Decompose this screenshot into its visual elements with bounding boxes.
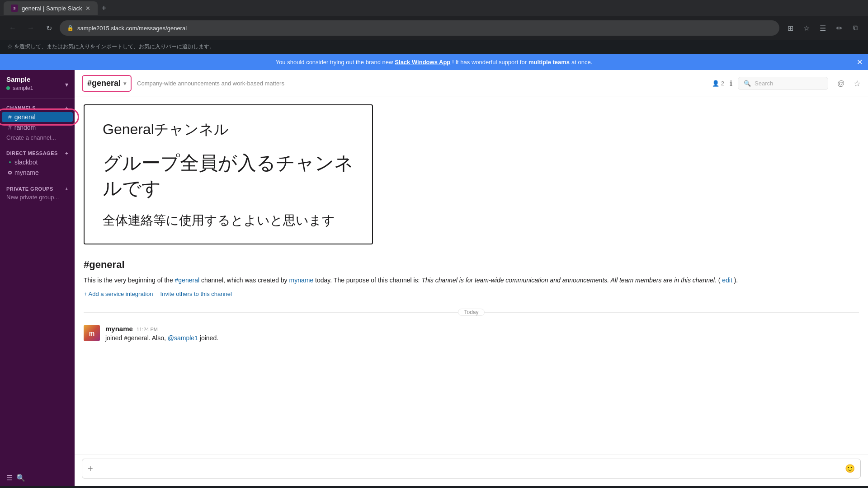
- channels-section: CHANNELS + # general # random Create a c…: [0, 99, 75, 144]
- slack-windows-app-link[interactable]: Slack Windows App: [395, 59, 450, 66]
- sidebar-item-general[interactable]: # general: [2, 112, 73, 122]
- star-bookmark-icon[interactable]: ☆: [799, 21, 814, 35]
- hash-icon-random: #: [8, 124, 12, 131]
- dm-label: DIRECT MESSAGES: [6, 150, 58, 156]
- create-channel-link[interactable]: Create a channel...: [0, 133, 75, 142]
- add-group-icon[interactable]: +: [65, 186, 68, 192]
- search-box[interactable]: 🔍 Search: [738, 77, 828, 90]
- members-count[interactable]: 👤 2: [712, 80, 724, 87]
- sidebar: Sample sample1 ▾ CHANNELS + # general # …: [0, 70, 75, 486]
- forward-button[interactable]: →: [24, 21, 38, 35]
- welcome-line2: グループ全員が入るチャンネルです: [103, 150, 354, 201]
- sidebar-list-icon[interactable]: ☰: [6, 474, 13, 482]
- private-groups-section: PRIVATE GROUPS + New private group...: [0, 180, 75, 204]
- channel-info-actions: + Add a service integration Invite other…: [84, 291, 859, 297]
- sidebar-item-random[interactable]: # random: [2, 122, 73, 132]
- slack-app: Sample sample1 ▾ CHANNELS + # general # …: [0, 70, 868, 486]
- browser-chrome: S general | Sample Slack ✕ + ← → ↻ 🔒 sam…: [0, 0, 868, 40]
- desc-middle: channel, which was created by: [201, 277, 289, 284]
- at-icon[interactable]: @: [834, 76, 848, 91]
- channels-section-header: CHANNELS +: [0, 104, 75, 112]
- info-bar: ☆ を選択して、またはお気に入りをインポートして、お気に入りバーに追加します。: [0, 40, 868, 54]
- message-body: myname 11:24 PM joined #general. Also, @…: [105, 325, 859, 343]
- dm-section-header: DIRECT MESSAGES +: [0, 150, 75, 157]
- notification-close-button[interactable]: ✕: [857, 58, 863, 66]
- extensions-icon[interactable]: ⧉: [848, 21, 863, 35]
- message-time: 11:24 PM: [137, 327, 158, 332]
- attach-plus-button[interactable]: +: [88, 464, 93, 474]
- back-button[interactable]: ←: [5, 21, 20, 35]
- new-private-group-link[interactable]: New private group...: [0, 192, 75, 202]
- members-count-number: 2: [721, 80, 724, 87]
- team-user: sample1: [6, 83, 33, 93]
- slackbot-name: slackbot: [14, 159, 38, 166]
- channel-description: Company-wide announcements and work-base…: [137, 80, 712, 87]
- notification-banner: You should consider trying out the brand…: [0, 54, 868, 70]
- bookmarks-icon[interactable]: ⊞: [783, 21, 797, 35]
- avatar-myname: m: [84, 325, 100, 341]
- reload-button[interactable]: ↻: [42, 21, 56, 35]
- message-input[interactable]: [97, 465, 841, 472]
- add-dm-icon[interactable]: +: [65, 150, 68, 156]
- message-header: myname 11:24 PM: [105, 325, 859, 333]
- channel-name-button[interactable]: #general ▾: [82, 75, 132, 92]
- purpose-text: This channel is for team-wide communicat…: [421, 277, 716, 284]
- tab-favicon: S: [11, 5, 18, 12]
- channel-dropdown-icon: ▾: [123, 80, 126, 87]
- url-text: sample2015.slack.com/messages/general: [77, 25, 187, 32]
- sidebar-item-myname[interactable]: myname: [2, 168, 73, 178]
- sidebar-header: Sample sample1 ▾: [0, 70, 75, 99]
- active-tab[interactable]: S general | Sample Slack ✕: [4, 1, 98, 15]
- sidebar-item-slackbot[interactable]: slackbot: [2, 157, 73, 167]
- tab-close-button[interactable]: ✕: [85, 5, 90, 12]
- main-content: #general ▾ Company-wide announcements an…: [75, 70, 868, 486]
- channels-label: CHANNELS: [6, 105, 36, 111]
- creator-link[interactable]: myname: [289, 277, 314, 284]
- channel-header-name: #general: [87, 79, 121, 88]
- add-service-integration-link[interactable]: + Add a service integration: [84, 291, 153, 297]
- address-bar-row: ← → ↻ 🔒 sample2015.slack.com/messages/ge…: [0, 16, 868, 40]
- sidebar-chevron-icon[interactable]: ▾: [65, 81, 68, 88]
- slackbot-status: [8, 160, 12, 164]
- edit-icon[interactable]: ✏: [832, 21, 846, 35]
- online-status-dot: [6, 86, 10, 90]
- hash-icon-general: #: [8, 113, 12, 121]
- sidebar-search-icon[interactable]: 🔍: [16, 474, 25, 482]
- welcome-line1: Generalチャンネル: [103, 120, 354, 140]
- channel-info-title: #general: [84, 259, 859, 271]
- team-name[interactable]: Sample: [6, 75, 33, 83]
- channel-name-general: general: [14, 113, 36, 121]
- address-bar[interactable]: 🔒 sample2015.slack.com/messages/general: [60, 20, 779, 36]
- new-tab-button[interactable]: +: [98, 4, 110, 13]
- info-icon-button[interactable]: ℹ: [730, 79, 732, 88]
- search-placeholder: Search: [755, 80, 773, 87]
- private-groups-label: PRIVATE GROUPS: [6, 186, 53, 192]
- input-box[interactable]: + 🙂: [82, 459, 861, 479]
- notification-text-middle: ! It has wonderful support for: [452, 59, 527, 66]
- channel-header-actions: 👤 2 ℹ 🔍 Search @ ☆: [712, 76, 861, 91]
- space-before-edit: (: [718, 277, 721, 284]
- username-label: sample1: [13, 85, 33, 91]
- invite-others-link[interactable]: Invite others to this channel: [160, 291, 232, 297]
- menu-icon[interactable]: ☰: [816, 21, 830, 35]
- message-area[interactable]: Generalチャンネル グループ全員が入るチャンネルです 全体連絡等に使用する…: [75, 97, 868, 455]
- star-channel-icon[interactable]: ☆: [854, 79, 861, 89]
- close-paren: ).: [734, 277, 738, 284]
- svg-text:S: S: [13, 6, 15, 10]
- welcome-card: Generalチャンネル グループ全員が入るチャンネルです 全体連絡等に使用する…: [84, 104, 373, 244]
- search-icon: 🔍: [744, 80, 751, 87]
- info-bar-text: ☆ を選択して、またはお気に入りをインポートして、お気に入りバーに追加します。: [7, 43, 215, 51]
- date-label: Today: [458, 309, 484, 316]
- desc-after: today. The purpose of this channel is:: [315, 277, 421, 284]
- add-channel-icon[interactable]: +: [65, 105, 68, 111]
- notification-bold-text: multiple teams: [528, 59, 570, 66]
- channel-info-desc: This is the very beginning of the #gener…: [84, 275, 859, 285]
- channel-info-section: #general This is the very beginning of t…: [84, 259, 859, 297]
- emoji-button[interactable]: 🙂: [845, 464, 855, 474]
- notification-text-after: at once.: [571, 59, 592, 66]
- edit-link[interactable]: edit: [722, 277, 732, 284]
- message-text: joined #general. Also, @sample1 joined.: [105, 333, 859, 343]
- mentioned-user-link[interactable]: @sample1: [168, 334, 198, 342]
- private-groups-header: PRIVATE GROUPS +: [0, 185, 75, 192]
- channel-link[interactable]: #general: [175, 277, 200, 284]
